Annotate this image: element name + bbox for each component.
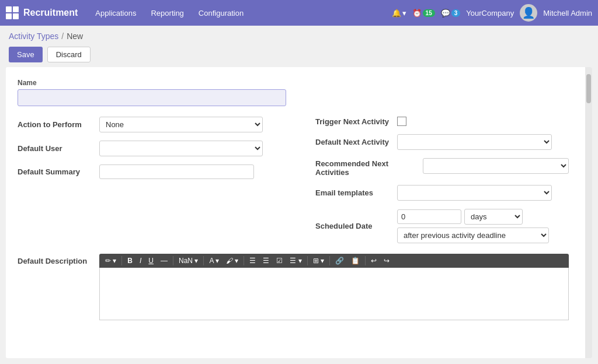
form-main-row: Action to Perform None Upload Document E…: [18, 117, 569, 243]
action-to-perform-label: Action to Perform: [18, 120, 93, 129]
grid-icon: [6, 6, 19, 19]
recommended-next-label: Recommended Next Activities: [315, 158, 417, 177]
editor-btn-bold[interactable]: B: [124, 256, 135, 266]
menu-item-applications[interactable]: Applications: [89, 6, 142, 20]
default-summary-label: Default Summary: [18, 167, 93, 176]
top-navigation: Recruitment Applications Reporting Confi…: [0, 0, 598, 26]
editor-sep-2: [173, 256, 173, 265]
scheduled-date-input[interactable]: [397, 209, 461, 224]
notifications-button[interactable]: 🔔 ▾: [392, 9, 406, 18]
trigger-next-checkbox[interactable]: [397, 117, 406, 126]
name-label: Name: [18, 79, 569, 87]
editor-sep-6: [329, 256, 330, 265]
editor-btn-table[interactable]: ⊞ ▾: [310, 256, 327, 266]
trigger-next-row: Trigger Next Activity: [315, 117, 569, 126]
editor-btn-highlight[interactable]: 🖌 ▾: [223, 256, 241, 266]
form-toolbar: Save Discard: [0, 44, 598, 67]
breadcrumb-parent[interactable]: Activity Types: [9, 32, 58, 41]
default-next-select[interactable]: [397, 134, 552, 150]
editor-sep-5: [307, 256, 308, 265]
default-next-label: Default Next Activity: [315, 138, 391, 146]
default-user-label: Default User: [18, 144, 93, 153]
form-right-col: Trigger Next Activity Default Next Activ…: [315, 117, 569, 243]
breadcrumb: Activity Types / New: [0, 26, 598, 44]
editor-btn-image[interactable]: 📋: [348, 256, 363, 266]
nav-right: 🔔 ▾ ⏰ 15 💬 3 YourCompany 👤 Mitchell Admi…: [392, 4, 592, 22]
editor-btn-pencil[interactable]: ✏ ▾: [102, 256, 119, 266]
scheduled-bottom-row: after previous activity deadline after p…: [397, 228, 549, 243]
email-templates-select[interactable]: [397, 185, 552, 201]
main-menu: Applications Reporting Configuration: [89, 6, 391, 20]
editor-btn-strikethrough[interactable]: —: [158, 256, 171, 266]
menu-item-configuration[interactable]: Configuration: [193, 6, 249, 20]
editor-btn-underline[interactable]: U: [145, 256, 157, 266]
main-wrapper: Activity Types / New Save Discard Name A…: [0, 26, 598, 364]
breadcrumb-separator: /: [61, 32, 64, 41]
editor-sep-1: [121, 256, 122, 265]
default-summary-row: Default Summary: [18, 164, 292, 179]
chat-button[interactable]: 💬 3: [441, 9, 461, 18]
notifications-caret: ▾: [402, 9, 406, 18]
name-field-group: Name: [18, 79, 569, 106]
chat-icon: 💬: [441, 9, 450, 18]
form-content: Name Action to Perform None Upload Docum…: [18, 79, 580, 320]
action-to-perform-select[interactable]: None Upload Document Email Phonecall Mee…: [99, 117, 263, 132]
editor-sep-3: [203, 256, 204, 265]
editor-btn-italic[interactable]: I: [137, 256, 144, 266]
after-select[interactable]: after previous activity deadline after p…: [397, 228, 549, 243]
default-user-row: Default User: [18, 141, 292, 156]
chat-badge: 3: [451, 9, 461, 17]
clock-icon: ⏰: [412, 9, 422, 18]
discard-button[interactable]: Discard: [47, 47, 91, 62]
scheduled-top-row: days hours weeks: [397, 209, 549, 225]
email-templates-label: Email templates: [315, 188, 391, 197]
editor-body[interactable]: [99, 268, 569, 320]
scrollbar-track[interactable]: [585, 67, 592, 358]
form-left-col: Action to Perform None Upload Document E…: [18, 117, 292, 179]
email-templates-row: Email templates: [315, 185, 569, 201]
editor-sep-7: [365, 256, 366, 265]
default-description-section: Default Description ✏ ▾ B I U — NaN ▾ A …: [18, 254, 569, 320]
editor-btn-font-color[interactable]: A ▾: [206, 256, 222, 266]
editor-btn-align[interactable]: ☰ ▾: [287, 256, 304, 266]
user-name[interactable]: Mitchell Admin: [543, 9, 592, 18]
editor-btn-list-ordered[interactable]: ☰: [260, 256, 272, 266]
editor-sep-4: [244, 256, 244, 265]
app-logo[interactable]: Recruitment: [6, 6, 78, 19]
company-name[interactable]: YourCompany: [466, 9, 514, 18]
editor-wrapper: ✏ ▾ B I U — NaN ▾ A ▾ 🖌 ▾ ☰ ☰: [99, 254, 569, 320]
editor-btn-undo[interactable]: ↩: [368, 256, 380, 266]
scheduled-date-row: Scheduled Date days hours weeks: [315, 209, 569, 243]
default-description-label: Default Description: [18, 254, 93, 320]
form-card: Name Action to Perform None Upload Docum…: [6, 67, 592, 358]
recommended-next-select[interactable]: [423, 158, 569, 174]
recommended-next-row: Recommended Next Activities: [315, 158, 569, 177]
default-user-select[interactable]: [99, 141, 263, 156]
default-summary-input[interactable]: [99, 164, 254, 179]
editor-btn-redo[interactable]: ↪: [381, 256, 392, 266]
editor-btn-checklist[interactable]: ☑: [273, 256, 286, 266]
app-title: Recruitment: [23, 8, 78, 18]
scheduled-date-label: Scheduled Date: [315, 222, 391, 230]
scheduled-date-controls: days hours weeks after previous activity…: [397, 209, 549, 243]
editor-toolbar: ✏ ▾ B I U — NaN ▾ A ▾ 🖌 ▾ ☰ ☰: [99, 254, 569, 268]
trigger-next-label: Trigger Next Activity: [315, 117, 391, 126]
breadcrumb-current: New: [67, 32, 83, 41]
clock-badge: 15: [423, 9, 435, 17]
editor-btn-format[interactable]: NaN ▾: [176, 256, 201, 266]
clock-button[interactable]: ⏰ 15: [412, 9, 435, 18]
menu-item-reporting[interactable]: Reporting: [145, 6, 189, 20]
days-select[interactable]: days hours weeks: [464, 209, 523, 225]
bell-icon: 🔔: [392, 9, 401, 18]
action-to-perform-row: Action to Perform None Upload Document E…: [18, 117, 292, 132]
editor-btn-list-unordered[interactable]: ☰: [246, 256, 259, 266]
editor-btn-link[interactable]: 🔗: [332, 256, 347, 266]
user-avatar[interactable]: 👤: [520, 4, 537, 22]
default-next-row: Default Next Activity: [315, 134, 569, 150]
scrollbar-thumb[interactable]: [586, 74, 591, 103]
save-button[interactable]: Save: [9, 47, 43, 62]
name-input[interactable]: [18, 89, 286, 106]
